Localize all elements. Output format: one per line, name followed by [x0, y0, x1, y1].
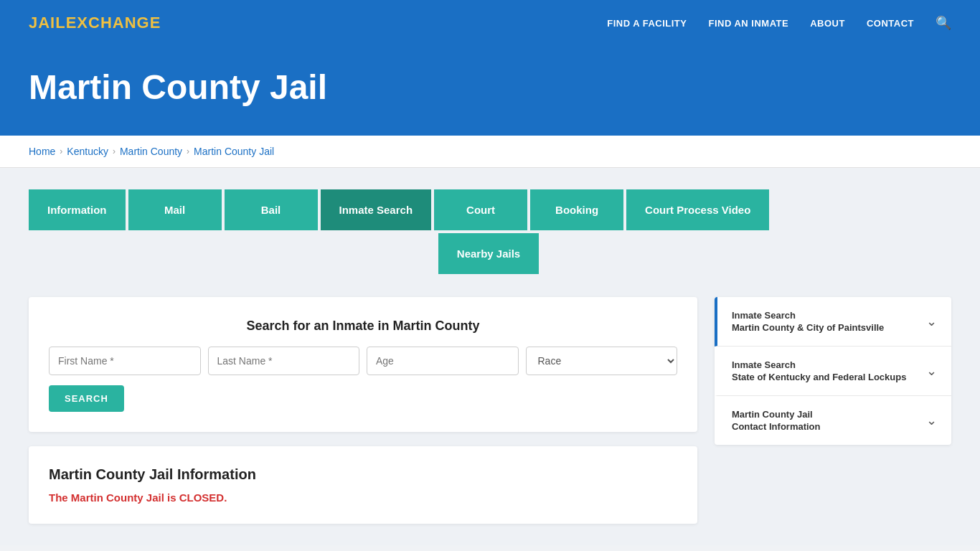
- breadcrumb-sep-3: ›: [187, 146, 189, 156]
- search-button[interactable]: SEARCH: [49, 385, 124, 412]
- sidebar-item-state-sub: State of Kentucky and Federal Lockups: [732, 372, 906, 382]
- breadcrumb-sep-2: ›: [113, 146, 116, 156]
- nav-contact[interactable]: CONTACT: [867, 18, 914, 29]
- search-icon[interactable]: 🔍: [936, 15, 951, 31]
- search-card: Search for an Inmate in Martin County Ra…: [29, 297, 697, 432]
- sidebar-item-state-title: Inmate Search: [732, 359, 906, 370]
- sidebar-item-contact-sub: Contact Information: [732, 421, 821, 432]
- sidebar-item-contact-text: Martin County Jail Contact Information: [732, 409, 821, 432]
- breadcrumb: Home › Kentucky › Martin County › Martin…: [29, 146, 951, 157]
- tab-inmate-search[interactable]: Inmate Search: [321, 189, 432, 230]
- breadcrumb-kentucky[interactable]: Kentucky: [67, 146, 108, 157]
- tabs-row2: Nearby Jails: [29, 233, 951, 277]
- page-title: Martin County Jail: [29, 67, 951, 107]
- age-input[interactable]: [367, 347, 519, 375]
- tab-booking[interactable]: Booking: [530, 189, 623, 230]
- tab-bail[interactable]: Bail: [225, 189, 318, 230]
- sidebar-item-contact-info[interactable]: Martin County Jail Contact Information ⌄: [715, 396, 951, 445]
- breadcrumb-martin-county[interactable]: Martin County: [120, 146, 182, 157]
- content-grid: Search for an Inmate in Martin County Ra…: [29, 297, 951, 524]
- sidebar-card: Inmate Search Martin County & City of Pa…: [715, 297, 951, 445]
- search-form: Race White Black Hispanic Asian Other: [49, 347, 677, 375]
- hero-section: Martin County Jail: [0, 46, 980, 136]
- tabs-row1: Information Mail Bail Inmate Search Cour…: [29, 189, 951, 233]
- breadcrumb-bar: Home › Kentucky › Martin County › Martin…: [0, 136, 980, 168]
- sidebar-item-state-text: Inmate Search State of Kentucky and Fede…: [732, 359, 906, 382]
- right-column: Inmate Search Martin County & City of Pa…: [715, 297, 951, 445]
- tab-information[interactable]: Information: [29, 189, 126, 230]
- nav-find-inmate[interactable]: FIND AN INMATE: [708, 18, 788, 29]
- sidebar-item-local-title: Inmate Search: [732, 310, 884, 321]
- chevron-down-icon-3: ⌄: [926, 413, 937, 428]
- tab-court[interactable]: Court: [434, 189, 527, 230]
- search-title: Search for an Inmate in Martin County: [49, 319, 677, 334]
- logo-jail: JAIL: [29, 14, 66, 32]
- sidebar-item-contact-title: Martin County Jail: [732, 409, 821, 420]
- breadcrumb-home[interactable]: Home: [29, 146, 55, 157]
- breadcrumb-sep-1: ›: [60, 146, 62, 156]
- chevron-down-icon-1: ⌄: [926, 314, 937, 329]
- sidebar-item-local-text: Inmate Search Martin County & City of Pa…: [732, 310, 884, 333]
- site-logo[interactable]: JAILEXCHANGE: [29, 14, 161, 32]
- chevron-down-icon-2: ⌄: [926, 363, 937, 379]
- logo-exchange: EXCHANGE: [66, 14, 161, 32]
- closed-notice: The Martin County Jail is CLOSED.: [49, 491, 677, 504]
- tab-court-process-video[interactable]: Court Process Video: [626, 189, 769, 230]
- sidebar-item-local-sub: Martin County & City of Paintsville: [732, 322, 884, 333]
- tab-nearby-jails[interactable]: Nearby Jails: [438, 233, 539, 274]
- navbar: JAILEXCHANGE FIND A FACILITY FIND AN INM…: [0, 0, 980, 46]
- breadcrumb-current: Martin County Jail: [194, 146, 274, 157]
- left-column: Search for an Inmate in Martin County Ra…: [29, 297, 697, 524]
- info-card: Martin County Jail Information The Marti…: [29, 446, 697, 524]
- sidebar-item-inmate-search-local[interactable]: Inmate Search Martin County & City of Pa…: [715, 297, 951, 347]
- nav-find-facility[interactable]: FIND A FACILITY: [607, 18, 687, 29]
- nav-about[interactable]: ABOUT: [810, 18, 845, 29]
- sidebar-item-inmate-search-state[interactable]: Inmate Search State of Kentucky and Fede…: [715, 347, 951, 396]
- tab-mail[interactable]: Mail: [128, 189, 222, 230]
- main-area: Information Mail Bail Inmate Search Cour…: [0, 168, 980, 545]
- first-name-input[interactable]: [49, 347, 201, 375]
- last-name-input[interactable]: [208, 347, 360, 375]
- info-title: Martin County Jail Information: [49, 466, 677, 483]
- nav-links: FIND A FACILITY FIND AN INMATE ABOUT CON…: [607, 15, 951, 31]
- race-select[interactable]: Race White Black Hispanic Asian Other: [526, 347, 678, 375]
